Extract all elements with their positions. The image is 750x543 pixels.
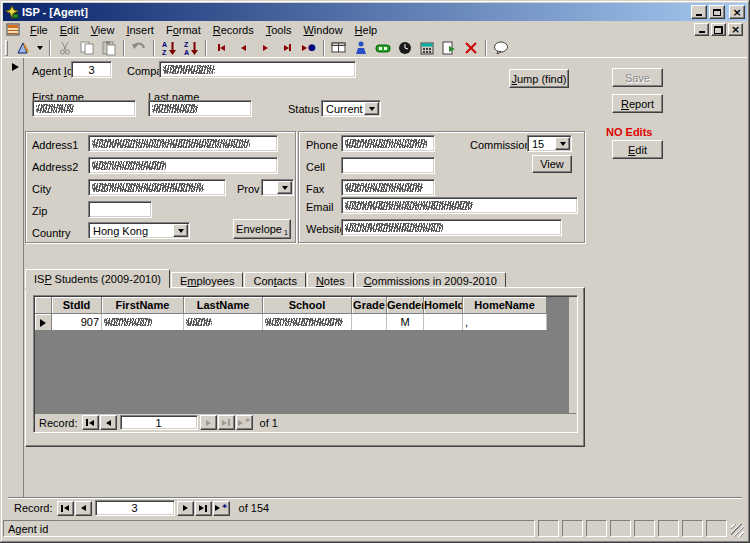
- phone-field[interactable]: [341, 135, 435, 152]
- menu-file[interactable]: File: [24, 22, 54, 38]
- resize-grip[interactable]: [731, 524, 744, 537]
- tab-contacts[interactable]: Contacts: [244, 272, 305, 288]
- fax-field[interactable]: [341, 179, 435, 196]
- sort-descending-button[interactable]: ZA: [180, 39, 202, 57]
- address2-field[interactable]: [88, 157, 278, 174]
- delete-button[interactable]: [460, 39, 482, 57]
- column-header-stdid[interactable]: StdId: [52, 297, 102, 314]
- commission-dropdown-button[interactable]: [555, 137, 570, 150]
- commission-combobox[interactable]: 15: [527, 135, 572, 152]
- person-button[interactable]: [350, 39, 372, 57]
- menu-tools[interactable]: Tools: [260, 22, 298, 38]
- column-header-grade[interactable]: Grade: [352, 297, 387, 314]
- cell-stdid[interactable]: 907: [52, 314, 102, 330]
- columns-button[interactable]: [328, 39, 350, 57]
- child-minimize-button[interactable]: [694, 23, 709, 36]
- next-record-button[interactable]: [254, 39, 276, 57]
- cut-button[interactable]: [54, 39, 76, 57]
- menu-format[interactable]: Format: [160, 22, 207, 38]
- country-combobox[interactable]: Hong Kong: [88, 222, 190, 239]
- menu-view[interactable]: View: [85, 22, 121, 38]
- main-new-record-button[interactable]: *: [213, 501, 230, 516]
- cell-lastname[interactable]: [184, 314, 263, 330]
- form-icon[interactable]: [6, 23, 20, 36]
- status-dropdown-button[interactable]: [364, 102, 379, 115]
- undo-button[interactable]: [128, 39, 150, 57]
- cell-field[interactable]: [341, 157, 435, 174]
- country-dropdown-button[interactable]: [173, 224, 188, 237]
- maximize-button[interactable]: [709, 5, 725, 19]
- column-header-homename[interactable]: HomeName: [463, 297, 547, 314]
- last-name-field[interactable]: [148, 100, 252, 117]
- toolbar-handle[interactable]: [5, 40, 8, 56]
- tab-employees[interactable]: Employees: [171, 272, 243, 288]
- city-field[interactable]: [88, 179, 226, 196]
- report-button[interactable]: Report: [612, 94, 663, 113]
- main-previous-record-button[interactable]: [75, 501, 92, 516]
- office-assistant-button[interactable]: [490, 39, 512, 57]
- child-restore-button[interactable]: [711, 23, 726, 36]
- row-selector[interactable]: [35, 314, 52, 330]
- email-field[interactable]: [341, 197, 578, 214]
- copy-button[interactable]: [76, 39, 98, 57]
- export-button[interactable]: [438, 39, 460, 57]
- envelope-button[interactable]: Envelope1: [233, 219, 291, 239]
- design-dropdown-button[interactable]: [34, 39, 46, 57]
- subform-previous-record-button[interactable]: [100, 415, 117, 430]
- website-field[interactable]: [341, 219, 562, 236]
- tab-notes[interactable]: Notes: [307, 272, 354, 288]
- agent-id-field[interactable]: 3: [71, 61, 112, 78]
- new-record-button[interactable]: ●: [298, 39, 320, 57]
- close-button[interactable]: ×: [729, 5, 745, 19]
- previous-record-button[interactable]: [232, 39, 254, 57]
- subform-last-record-button[interactable]: [218, 415, 235, 430]
- subform-vertical-scrollbar[interactable]: [568, 297, 576, 413]
- cell-grade[interactable]: [352, 314, 387, 330]
- company-field[interactable]: [159, 61, 356, 78]
- last-record-button[interactable]: [276, 39, 298, 57]
- status-combobox[interactable]: Current: [321, 100, 381, 117]
- main-record-number-field[interactable]: 3: [95, 500, 175, 516]
- prov-combobox[interactable]: [261, 179, 294, 196]
- cell-homeid[interactable]: [424, 314, 463, 330]
- subform-first-record-button[interactable]: [82, 415, 99, 430]
- address1-field[interactable]: [88, 135, 278, 152]
- minimize-button[interactable]: [691, 5, 707, 19]
- cell-school[interactable]: [263, 314, 352, 330]
- menu-help[interactable]: Help: [349, 22, 384, 38]
- first-name-field[interactable]: [32, 100, 136, 117]
- cell-firstname[interactable]: [102, 314, 184, 330]
- menu-insert[interactable]: Insert: [120, 22, 160, 38]
- child-close-button[interactable]: ×: [728, 23, 743, 36]
- form-design-view-button[interactable]: [12, 39, 34, 57]
- column-header-homeid[interactable]: HomeId: [424, 297, 463, 314]
- main-next-record-button[interactable]: [177, 501, 194, 516]
- jump-find-button[interactable]: Jump (find): [509, 69, 569, 88]
- subform-next-record-button[interactable]: [200, 415, 217, 430]
- subform-new-record-button[interactable]: *: [236, 415, 253, 430]
- menu-edit[interactable]: Edit: [54, 22, 85, 38]
- prov-dropdown-button[interactable]: [277, 181, 292, 194]
- tab-isp-students[interactable]: ISP Students (2009-2010): [25, 269, 170, 288]
- save-button[interactable]: Save: [612, 68, 663, 87]
- cell-homename[interactable]: ,: [463, 314, 547, 330]
- menu-records[interactable]: Records: [207, 22, 260, 38]
- subform-record-number-field[interactable]: 1: [120, 415, 198, 430]
- column-header-lastname[interactable]: LastName: [184, 297, 263, 314]
- cell-gender[interactable]: M: [387, 314, 424, 330]
- view-button[interactable]: View: [532, 155, 572, 173]
- tab-commissions[interactable]: Commissions in 2009-2010: [355, 272, 506, 288]
- column-header-firstname[interactable]: FirstName: [102, 297, 184, 314]
- record-selector-bar[interactable]: [8, 58, 24, 497]
- edit-button[interactable]: Edit: [612, 140, 663, 159]
- paste-button[interactable]: [98, 39, 120, 57]
- column-header-school[interactable]: School: [263, 297, 352, 314]
- car-button[interactable]: [372, 39, 394, 57]
- zip-field[interactable]: [88, 201, 152, 218]
- main-first-record-button[interactable]: [57, 501, 74, 516]
- sort-ascending-button[interactable]: AZ: [158, 39, 180, 57]
- row-selector-header[interactable]: [35, 297, 52, 314]
- first-record-button[interactable]: [210, 39, 232, 57]
- calculator-button[interactable]: [416, 39, 438, 57]
- main-last-record-button[interactable]: [195, 501, 212, 516]
